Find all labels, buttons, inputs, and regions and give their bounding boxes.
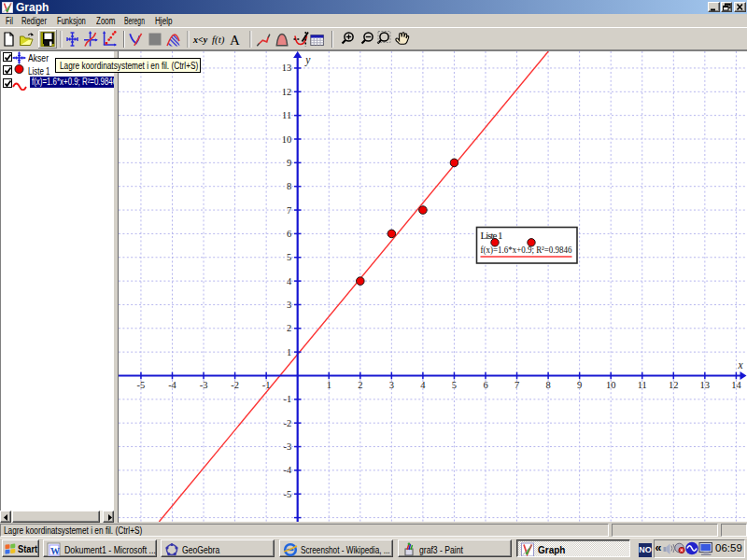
svg-text:f(x)=1.6*x+0.9; R²=0.9846: f(x)=1.6*x+0.9; R²=0.9846	[481, 244, 572, 256]
svg-text:14: 14	[731, 380, 741, 390]
svg-text:9: 9	[577, 380, 582, 390]
svg-text:-5: -5	[283, 489, 291, 499]
svg-text:11: 11	[282, 110, 291, 120]
svg-text:9: 9	[287, 158, 291, 168]
svg-text:12: 12	[669, 380, 679, 390]
svg-text:6: 6	[483, 380, 487, 390]
svg-text:-3: -3	[200, 380, 208, 390]
svg-text:4: 4	[287, 276, 292, 287]
svg-text:13: 13	[700, 380, 711, 390]
svg-text:8: 8	[545, 380, 550, 390]
svg-text:6: 6	[287, 229, 291, 239]
svg-text:x<y: x<y	[192, 35, 208, 45]
svg-text:-2: -2	[283, 418, 291, 428]
svg-text:1: 1	[327, 380, 331, 390]
svg-text:-4: -4	[168, 380, 176, 390]
svg-text:8: 8	[287, 181, 291, 191]
svg-text:10: 10	[282, 134, 292, 145]
svg-text:5: 5	[287, 252, 291, 262]
svg-text:2: 2	[287, 323, 291, 333]
svg-text:2: 2	[358, 380, 362, 390]
svg-text:W: W	[50, 546, 60, 556]
svg-text:12: 12	[282, 87, 292, 97]
svg-text:y: y	[304, 54, 311, 66]
svg-text:5: 5	[452, 380, 457, 390]
svg-text:-5: -5	[137, 380, 146, 390]
svg-text:-4: -4	[283, 465, 291, 475]
svg-text:A: A	[230, 33, 240, 48]
svg-text:7: 7	[514, 380, 519, 390]
svg-text:13: 13	[282, 63, 292, 73]
svg-text:3: 3	[287, 300, 291, 310]
svg-text:3: 3	[389, 380, 394, 390]
svg-text:-3: -3	[283, 441, 291, 452]
svg-text:10: 10	[606, 380, 616, 390]
svg-text:-2: -2	[231, 380, 239, 390]
svg-text:x: x	[738, 359, 744, 371]
svg-text:Liste 1: Liste 1	[481, 230, 503, 241]
svg-text:-1: -1	[283, 394, 291, 404]
svg-text:11: 11	[638, 380, 647, 390]
svg-text:f(t): f(t)	[212, 34, 225, 46]
svg-text:7: 7	[287, 205, 291, 216]
svg-text:4: 4	[420, 380, 426, 390]
svg-text:1: 1	[287, 347, 291, 357]
svg-text:-1: -1	[262, 380, 271, 390]
